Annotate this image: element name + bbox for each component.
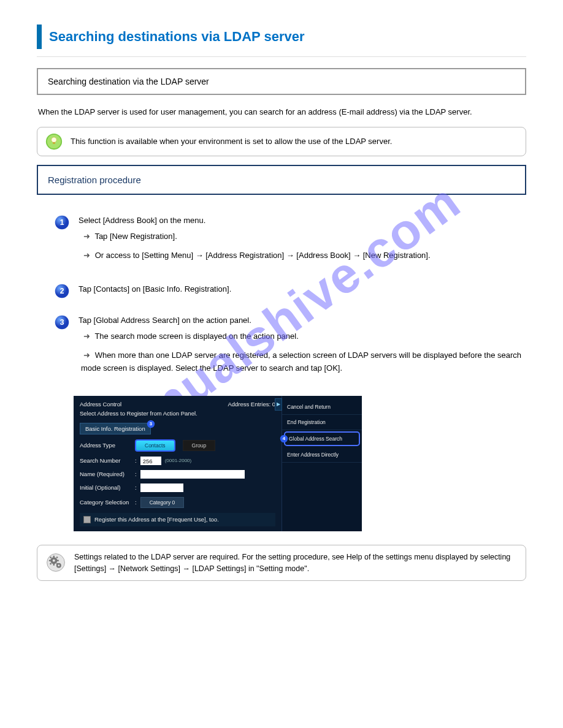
lightbulb-tip-icon [45, 132, 63, 151]
step-1: 1 Select [Address Book] on the menu. ➜ T… [54, 214, 526, 268]
action-cancel-return[interactable]: Cancel and Return [282, 400, 362, 415]
callout-badge-3-icon: 3 [147, 420, 155, 428]
arrow-icon: ➜ [83, 251, 90, 260]
page-title: Searching destinations via LDAP server [49, 29, 305, 45]
sc-label-name: Name (Required) [80, 471, 131, 477]
sc-label-initial: Initial (Optional) [80, 484, 131, 491]
sc-btn-contacts[interactable]: Contacts [135, 439, 175, 452]
step-3-line-1: Tap [Global Address Search] on the actio… [79, 314, 526, 327]
step-2: 2 Tap [Contacts] on [Basic Info. Registr… [54, 283, 526, 300]
intro-paragraph: When the LDAP server is used for user ma… [38, 106, 525, 118]
action-enter-address-directly[interactable]: Enter Address Directly [282, 447, 362, 463]
svg-text:2: 2 [60, 287, 64, 295]
step-1-line-3: Or access to [Setting Menu] → [Address R… [95, 251, 431, 260]
action-end-registration[interactable]: End Registration [282, 415, 362, 430]
title-accent-bar [37, 25, 42, 49]
svg-rect-19 [49, 559, 51, 561]
arrow-icon: ➜ [83, 232, 90, 241]
svg-rect-18 [53, 563, 55, 565]
settings-note-box: Settings related to the LDAP server are … [37, 545, 526, 582]
tip-text: This function is available when your env… [71, 137, 392, 146]
sc-input-initial[interactable] [140, 483, 183, 492]
sc-btn-category[interactable]: Category 0 [140, 497, 185, 508]
panel-collapse-toggle[interactable]: ▶ [275, 398, 282, 411]
svg-text:4: 4 [283, 436, 286, 441]
sc-input-search-number[interactable]: 256 [140, 457, 161, 465]
step-3-line-2: The search mode screen is displayed on t… [94, 332, 298, 341]
section-label-box: Searching destination via the LDAP serve… [37, 68, 526, 95]
sc-label-category: Category Selection [80, 499, 131, 506]
step-2-line-1: Tap [Contacts] on [Basic Info. Registrat… [79, 283, 526, 296]
device-screenshot: Address Control Address Entries: 0 Selec… [74, 396, 362, 531]
svg-point-2 [52, 137, 56, 142]
svg-rect-20 [57, 559, 59, 561]
step-3: 3 Tap [Global Address Search] on the act… [54, 314, 526, 381]
step-number-icon: 1 [54, 214, 70, 230]
tip-box: This function is available when your env… [37, 127, 526, 156]
svg-point-26 [58, 564, 59, 566]
arrow-icon: ➜ [83, 351, 90, 360]
title-divider [37, 56, 526, 57]
sc-entries: Address Entries: 0 [228, 401, 275, 408]
svg-point-16 [53, 559, 55, 562]
step-1-line-1: Select [Address Book] on the menu. [79, 214, 526, 227]
sc-input-name[interactable] [140, 470, 245, 479]
sc-title: Address Control [80, 401, 121, 408]
sc-btn-group[interactable]: Group [183, 440, 216, 451]
sc-checkbox-frequent[interactable] [83, 516, 91, 523]
callout-badge-4-icon: 4 [280, 434, 288, 443]
svg-text:3: 3 [150, 421, 153, 427]
svg-rect-3 [53, 142, 55, 143]
arrow-icon: ➜ [83, 332, 90, 341]
sc-checkbox-label: Register this Address at the [Frequent U… [94, 516, 219, 523]
svg-rect-17 [53, 556, 55, 558]
svg-text:1: 1 [60, 218, 64, 227]
step-number-icon: 2 [54, 283, 70, 299]
sc-subtitle: Select Address to Register from Action P… [80, 410, 275, 417]
sc-hint-range: (0001-2000) [165, 458, 192, 463]
step-number-icon: 3 [54, 314, 70, 330]
step-3-line-3: When more than one LDAP server are regis… [81, 351, 521, 373]
settings-note-text: Settings related to the LDAP server are … [74, 552, 517, 575]
gear-icon [46, 553, 66, 572]
svg-text:3: 3 [60, 318, 64, 327]
action-global-address-search[interactable]: 4 Global Address Search [284, 431, 360, 446]
sc-tab-basic-info[interactable]: Basic Info. Registration 3 [80, 423, 151, 434]
sc-label-address-type: Address Type [80, 442, 131, 449]
sc-label-search-number: Search Number [80, 457, 131, 464]
step-1-line-2: Tap [New Registration]. [94, 232, 177, 241]
procedure-heading-box: Registration procedure [37, 165, 526, 195]
title-bar: Searching destinations via LDAP server [37, 25, 526, 49]
